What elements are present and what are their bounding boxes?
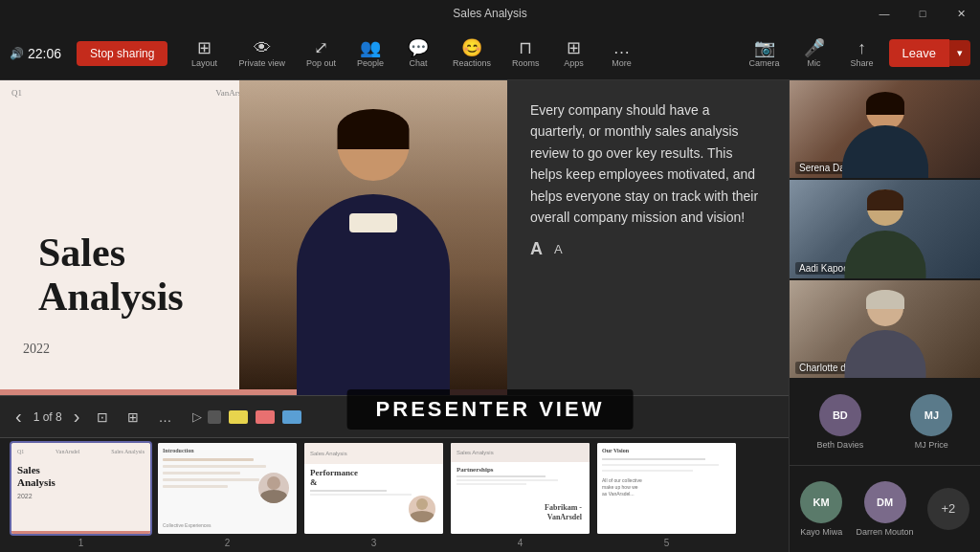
camera-button[interactable]: 📷 Camera (742, 35, 788, 72)
avatar-mj[interactable]: MJ MJ Price (910, 394, 952, 450)
participant-video-aadi: Aadi Kapoor (790, 180, 980, 279)
mic-icon: 🎤 (804, 39, 825, 56)
avatar-name-kayo: Kayo Miwa (800, 527, 842, 537)
thumbnail-1[interactable]: Q1VanArsdelSales Analysis SalesAnalysis … (11, 443, 150, 534)
maximize-button[interactable]: □ (903, 0, 942, 27)
font-controls: A A (530, 239, 766, 259)
more-tools-button[interactable]: … (152, 406, 177, 429)
leave-button[interactable]: Leave (889, 39, 949, 67)
prev-slide-button[interactable]: ‹ (11, 402, 26, 431)
slide-counter: 1 of 8 (33, 410, 62, 424)
reactions-label: Reactions (453, 58, 491, 68)
pop-out-icon: ⤢ (314, 39, 328, 56)
camera-icon: 📷 (754, 39, 775, 56)
slide-title-line2: Analysis (38, 275, 184, 319)
pen-tool-button[interactable] (208, 410, 221, 424)
pop-out-button[interactable]: ⤢ Pop out (299, 35, 344, 72)
notes-area: Every company should have a quarterly, o… (507, 80, 789, 395)
title-bar: Sales Analysis — □ ✕ (0, 0, 980, 27)
rooms-icon: ⊓ (519, 39, 532, 56)
private-view-button[interactable]: 👁 Private view (231, 35, 293, 72)
avatar-initials-beth: BD (833, 409, 848, 421)
avatar-initials-kayo: KM (813, 497, 830, 508)
notes-text: Every company should have a quarterly, o… (530, 99, 766, 228)
participant-video-serena: Serena Davis (790, 80, 980, 180)
avatar-row-1: BD Beth Davies MJ MJ Price (790, 380, 980, 466)
thumb-label-5: 5 (664, 538, 670, 548)
slide-thumbnails: Q1VanArsdelSales Analysis SalesAnalysis … (0, 437, 789, 552)
layout-label: Layout (191, 58, 217, 68)
mic-button[interactable]: 🎤 Mic (793, 35, 835, 72)
font-decrease-button[interactable]: A (554, 242, 563, 256)
chat-button[interactable]: 💬 Chat (397, 35, 439, 72)
font-increase-button[interactable]: A (530, 239, 543, 259)
thumb-label-4: 4 (518, 538, 523, 548)
reactions-button[interactable]: 😊 Reactions (445, 35, 499, 72)
thumbnail-4[interactable]: Sales Analysis Partnerships Fabrikam -Va… (451, 443, 590, 534)
avatar-name-mj: MJ Price (915, 440, 948, 450)
stop-sharing-button[interactable]: Stop sharing (77, 41, 167, 66)
layout-button[interactable]: ⊞ Layout (183, 35, 225, 72)
leave-chevron-button[interactable]: ▾ (949, 40, 970, 66)
apps-label: Apps (564, 58, 584, 68)
screen-tool-button[interactable]: ⊡ (91, 406, 114, 429)
window-controls: — □ ✕ (865, 0, 980, 27)
toolbar: 🔊 22:06 Stop sharing ⊞ Layout 👁 Private … (0, 27, 980, 80)
eye-icon: 👁 (254, 39, 271, 56)
thumb-wrapper-2: Introduction Collective Experiences 2 (158, 443, 297, 548)
mic-label: Mic (808, 58, 821, 68)
more-participants-circle: +2 (927, 488, 969, 530)
pointer-button[interactable]: ▷ (192, 409, 202, 424)
main-slide: Q1 VanArsdel Sales Analysis Sales Analys… (0, 80, 507, 395)
thumb-label-2: 2 (225, 538, 231, 548)
rooms-button[interactable]: ⊓ Rooms (504, 35, 547, 72)
highlighter-pink-button[interactable] (256, 410, 275, 424)
thumbnail-2[interactable]: Introduction Collective Experiences (158, 443, 297, 534)
share-icon: ↑ (858, 39, 866, 56)
thumb-wrapper-5: Our Vision All of our collectivemake up … (597, 443, 736, 548)
slide-year: 2022 (23, 342, 50, 357)
avatar-circle-beth: BD (819, 394, 861, 436)
time-display: 🔊 22:06 (10, 46, 61, 61)
more-button[interactable]: … More (601, 35, 643, 72)
window-title: Sales Analysis (453, 7, 526, 20)
slide-header-q1: Q1 (11, 88, 22, 98)
presenter-figure (239, 80, 507, 395)
layout-icon: ⊞ (197, 39, 212, 56)
apps-button[interactable]: ⊞ Apps (553, 35, 595, 72)
thumb-wrapper-3: Sales Analysis Performance& 3 (304, 443, 443, 548)
thumbnail-5[interactable]: Our Vision All of our collectivemake up … (597, 443, 736, 534)
people-button[interactable]: 👥 People (349, 35, 391, 72)
thumb-label-1: 1 (78, 538, 84, 548)
main-content: Q1 VanArsdel Sales Analysis Sales Analys… (0, 80, 980, 552)
highlighter-blue-button[interactable] (282, 410, 301, 424)
chat-label: Chat (410, 58, 428, 68)
fullscreen-tool-button[interactable]: ⊞ (122, 406, 145, 429)
avatar-beth[interactable]: BD Beth Davies (817, 394, 864, 450)
close-button[interactable]: ✕ (942, 0, 980, 27)
presentation-area: Q1 VanArsdel Sales Analysis Sales Analys… (0, 80, 789, 552)
private-view-label: Private view (238, 58, 285, 68)
avatar-circle-darren: DM (864, 481, 906, 523)
more-participants-button[interactable]: +2 (927, 488, 969, 530)
participant-video-charlotte: Charlotte de Crum (790, 280, 980, 380)
thumb-wrapper-4: Sales Analysis Partnerships Fabrikam -Va… (451, 443, 590, 548)
leave-wrapper: Leave ▾ (889, 39, 970, 67)
more-label: More (612, 58, 632, 68)
avatar-kayo[interactable]: KM Kayo Miwa (800, 481, 842, 537)
minimize-button[interactable]: — (865, 0, 903, 27)
avatar-circle-mj: MJ (910, 394, 952, 436)
apps-icon: ⊞ (567, 39, 581, 56)
pop-out-label: Pop out (306, 58, 336, 68)
slide-title-line1: Sales (38, 231, 125, 275)
next-slide-button[interactable]: › (70, 402, 84, 431)
share-button[interactable]: ↑ Share (841, 35, 883, 72)
people-icon: 👥 (360, 39, 381, 56)
highlighter-yellow-button[interactable] (229, 410, 248, 424)
slide-main-title: Sales Analysis (19, 221, 203, 319)
thumb-wrapper-1: Q1VanArsdelSales Analysis SalesAnalysis … (11, 443, 150, 548)
avatar-darren[interactable]: DM Darren Mouton (856, 481, 913, 537)
drawing-tools: ▷ (192, 409, 303, 424)
thumbnail-3[interactable]: Sales Analysis Performance& (304, 443, 443, 534)
presenter-banner: PRESENTER VIEW (347, 389, 634, 430)
